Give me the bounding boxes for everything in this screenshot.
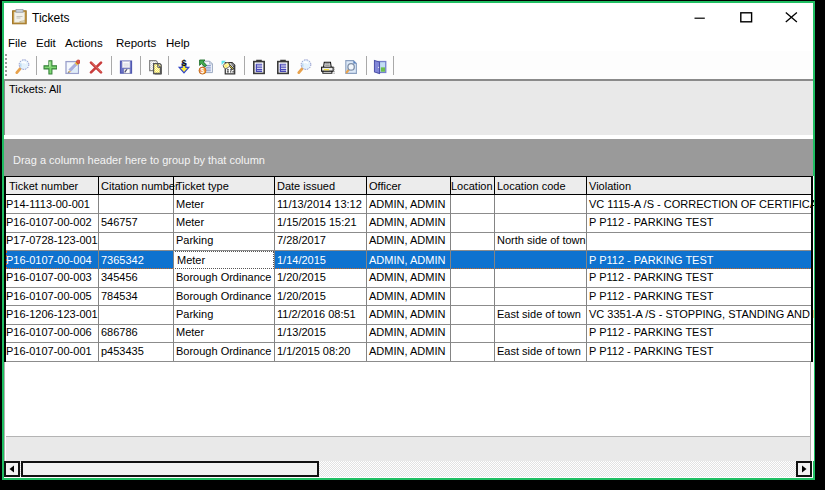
svg-text:$: $	[201, 67, 205, 75]
svg-text:$: $	[181, 59, 186, 68]
